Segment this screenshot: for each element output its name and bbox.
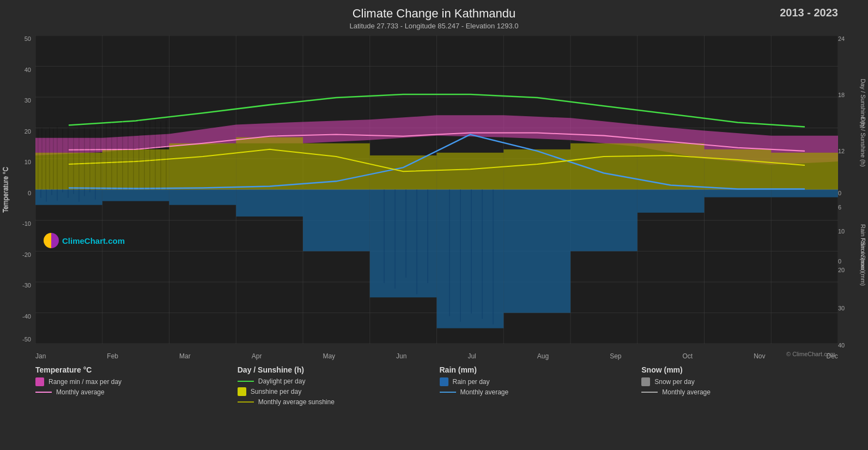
copyright: © ClimeChart.com <box>786 351 835 357</box>
x-tick-jul: Jul <box>468 352 476 360</box>
legend-area: Temperature °C Range min / max per day M… <box>0 360 868 450</box>
y-tick-n20: -20 <box>22 251 31 258</box>
legend-temp-range-label: Range min / max per day <box>48 378 122 386</box>
legend-snow-avg: Monthly average <box>641 388 833 396</box>
y-tick-10: 10 <box>25 159 31 165</box>
y-label-right-rain-wrapper: Rain / Snow (mm) <box>858 207 868 316</box>
legend-sunshine: Day / Sunshine (h) Daylight per day Suns… <box>238 365 429 445</box>
y-tick-n40: -40 <box>22 313 31 320</box>
svg-rect-35 <box>570 143 638 190</box>
legend-temperature: Temperature °C Range min / max per day M… <box>35 365 227 445</box>
y-label-right-rain-text: Rain / Snow (mm) <box>860 238 866 286</box>
chart-title: Climate Change in Kathmandu <box>0 0 868 21</box>
svg-rect-39 <box>35 190 102 205</box>
x-tick-jun: Jun <box>396 352 406 360</box>
y-tick-30: 30 <box>25 97 31 104</box>
svg-rect-44 <box>370 190 437 298</box>
x-tick-aug: Aug <box>537 352 549 360</box>
svg-rect-46 <box>503 190 570 313</box>
y-tick-20: 20 <box>25 128 31 135</box>
legend-temp-range: Range min / max per day <box>35 377 227 386</box>
legend-sunshine-color <box>238 387 246 396</box>
y-tick-right-0-rain: 0 <box>838 190 841 196</box>
svg-rect-49 <box>705 190 772 197</box>
y-label-right-sunshine-wrapper: Day / Sunshine (h) <box>858 49 868 158</box>
legend-snow-title: Snow (mm) <box>641 365 833 374</box>
legend-snow-avg-label: Monthly average <box>662 388 711 396</box>
svg-rect-33 <box>437 153 504 190</box>
legend-temp-avg: Monthly average <box>35 388 227 396</box>
x-tick-sep: Sep <box>610 352 621 360</box>
svg-rect-38 <box>771 153 838 190</box>
x-axis: Jan Feb Mar Apr May Jun Jul Aug Sep Oct … <box>35 352 838 360</box>
svg-rect-27 <box>35 153 102 190</box>
y-axis-left-label-text: Temperature °C <box>2 166 10 212</box>
svg-rect-34 <box>503 149 570 190</box>
y-axis-left-label-wrapper: Temperature °C <box>1 35 11 344</box>
legend-snow-avg-line <box>641 392 658 393</box>
y-tick-right-20: 20 <box>838 267 845 273</box>
svg-rect-45 <box>437 190 504 328</box>
legend-rain-avg-label: Monthly average <box>460 388 509 396</box>
legend-daylight: Daylight per day <box>238 377 429 385</box>
legend-snow-per-day-label: Snow per day <box>654 378 694 386</box>
main-chart-svg <box>35 35 838 344</box>
svg-rect-48 <box>638 190 705 213</box>
svg-rect-37 <box>705 149 772 190</box>
legend-temp-avg-line <box>35 392 52 393</box>
x-tick-apr: Apr <box>252 352 262 360</box>
legend-sunshine-avg-label: Monthly average sunshine <box>258 398 335 406</box>
svg-rect-28 <box>102 149 169 190</box>
y-tick-n10: -10 <box>22 220 31 227</box>
svg-rect-41 <box>169 190 236 205</box>
legend-rain-avg-line <box>440 392 456 393</box>
y-tick-right-40: 40 <box>838 342 845 349</box>
legend-rain-color <box>440 377 448 386</box>
svg-rect-47 <box>570 190 638 251</box>
svg-rect-40 <box>102 190 169 201</box>
legend-temp-title: Temperature °C <box>35 365 227 374</box>
logo-icon-bottom <box>44 233 59 248</box>
y-tick-right-10: 10 <box>838 228 845 235</box>
y-label-right-sunshine-text: Day / Sunshine (h) <box>860 79 866 128</box>
legend-rain-title: Rain (mm) <box>440 365 631 374</box>
y-axis-left: 50 40 30 20 10 0 -10 -20 -30 -40 -50 <box>11 35 34 344</box>
x-tick-mar: Mar <box>179 352 191 360</box>
chart-container: Climate Change in Kathmandu Latitude 27.… <box>0 0 868 450</box>
y-tick-40: 40 <box>25 67 31 73</box>
legend-rain-per-day: Rain per day <box>440 377 631 386</box>
legend-temp-avg-label: Monthly average <box>56 388 105 396</box>
y-tick-n50: -50 <box>22 336 31 343</box>
x-tick-may: May <box>323 352 335 360</box>
legend-rain-per-day-label: Rain per day <box>453 378 490 386</box>
x-tick-nov: Nov <box>754 352 765 360</box>
legend-sunshine-avg: Monthly average sunshine <box>238 398 429 406</box>
chart-subtitle: Latitude 27.733 - Longitude 85.247 - Ele… <box>0 22 868 30</box>
x-tick-feb: Feb <box>107 352 118 360</box>
legend-sunshine-per-day-label: Sunshine per day <box>251 388 301 395</box>
legend-sunshine-avg-line <box>238 401 254 403</box>
y-tick-right-24: 24 <box>838 35 845 42</box>
legend-sunshine-title: Day / Sunshine (h) <box>238 365 429 374</box>
svg-rect-50 <box>771 190 838 197</box>
y-tick-n30: -30 <box>22 282 31 289</box>
y-tick-0: 0 <box>28 190 31 196</box>
y-tick-right-30: 30 <box>838 305 845 311</box>
legend-sunshine-per-day: Sunshine per day <box>238 387 429 396</box>
svg-rect-29 <box>169 143 236 190</box>
chart-area <box>35 35 838 344</box>
year-range: 2013 - 2023 <box>780 7 838 19</box>
svg-rect-36 <box>638 143 705 190</box>
x-tick-oct: Oct <box>683 352 693 360</box>
svg-rect-30 <box>236 137 303 190</box>
legend-snow-per-day: Snow per day <box>641 377 833 386</box>
legend-rain-avg: Monthly average <box>440 388 631 396</box>
legend-snow: Snow (mm) Snow per day Monthly average <box>641 365 833 445</box>
svg-rect-42 <box>236 190 303 217</box>
legend-daylight-label: Daylight per day <box>258 377 306 385</box>
x-tick-jan: Jan <box>35 352 46 360</box>
logo-text-bottom: ClimeChart.com <box>62 236 125 245</box>
logo-bottom-left: ClimeChart.com <box>44 233 125 248</box>
y-axis-right-rain: 0 10 20 30 40 <box>838 190 860 344</box>
y-tick-right-12: 12 <box>838 148 845 154</box>
